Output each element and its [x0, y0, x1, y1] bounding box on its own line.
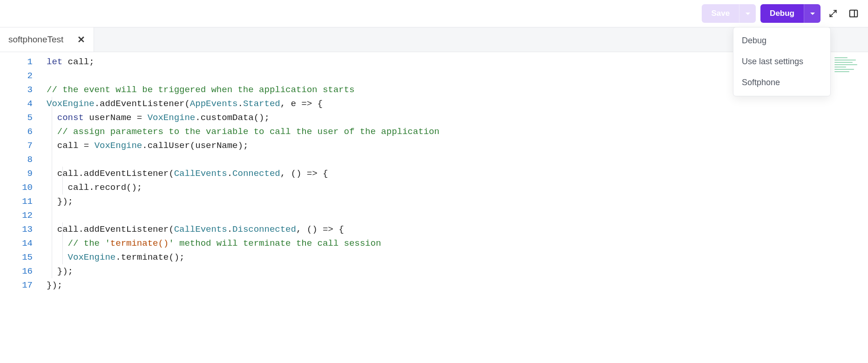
expand-icon: [828, 9, 838, 18]
menu-item-debug[interactable]: Debug: [733, 30, 830, 51]
panel-icon: [848, 8, 859, 19]
debug-button[interactable]: Debug: [760, 4, 804, 23]
line-gutter: 1 2 3 4 5 6 7 8 9 10 11 12 13 14 15 16 1…: [0, 52, 47, 363]
debug-button-group: Debug: [760, 4, 821, 23]
code-area[interactable]: let call;// the event will be triggered …: [47, 52, 868, 363]
code-editor: 1 2 3 4 5 6 7 8 9 10 11 12 13 14 15 16 1…: [0, 52, 868, 363]
caret-down-icon: [746, 13, 750, 15]
tab-label: softphoneTest: [8, 34, 63, 45]
debug-dropdown-button[interactable]: [804, 4, 821, 23]
svg-rect-0: [850, 10, 858, 17]
caret-down-icon: [810, 13, 815, 15]
save-button[interactable]: Save: [702, 4, 739, 23]
close-icon[interactable]: ✕: [77, 35, 85, 44]
save-button-group: Save: [702, 4, 756, 23]
panel-toggle-button[interactable]: [846, 6, 861, 21]
save-dropdown-button[interactable]: [739, 4, 756, 23]
toolbar: Save Debug: [0, 0, 868, 27]
tab-softphonetest[interactable]: softphoneTest ✕: [0, 27, 94, 52]
menu-item-use-last[interactable]: Use last settings: [733, 51, 830, 72]
expand-button[interactable]: [825, 6, 841, 21]
debug-dropdown-menu: Debug Use last settings Softphone: [733, 27, 831, 96]
menu-item-softphone[interactable]: Softphone: [733, 72, 830, 93]
